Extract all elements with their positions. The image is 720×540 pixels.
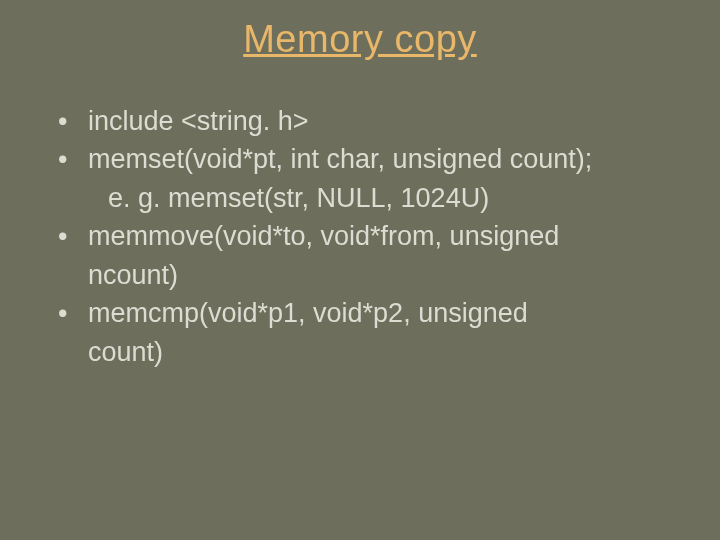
list-item: memmove(void*to, void*from, unsigned (50, 218, 670, 254)
list-item-continuation: ncount) (50, 257, 670, 293)
list-item-sub: e. g. memset(str, NULL, 1024U) (50, 180, 670, 216)
bullet-list: include <string. h> memset(void*pt, int … (50, 103, 670, 370)
list-item-continuation: count) (50, 334, 670, 370)
slide-title: Memory copy (50, 18, 670, 61)
list-item: memcmp(void*p1, void*p2, unsigned (50, 295, 670, 331)
slide-container: Memory copy include <string. h> memset(v… (0, 0, 720, 540)
list-item: memset(void*pt, int char, unsigned count… (50, 141, 670, 177)
list-item: include <string. h> (50, 103, 670, 139)
